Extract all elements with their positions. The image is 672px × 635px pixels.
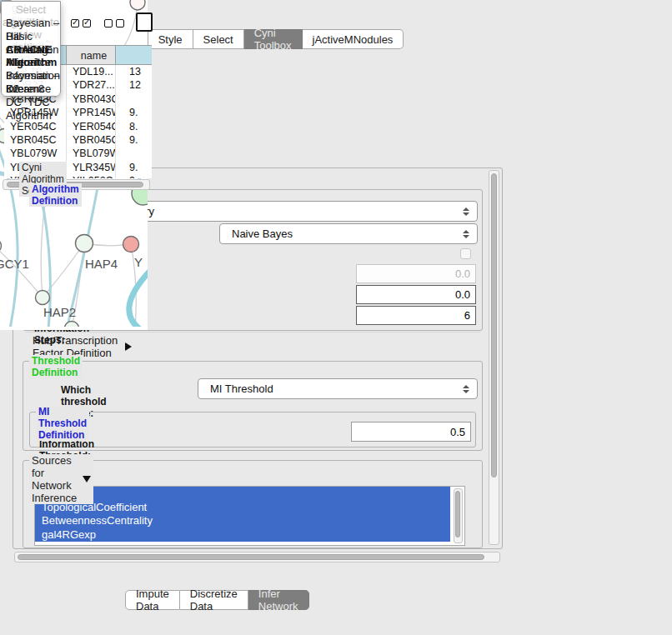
table-row[interactable]: YBR045C YBR045C 9.: [4, 133, 152, 147]
tab-label: Select: [203, 33, 233, 46]
mi-algorithm-type-combobox[interactable]: Naive Bayes: [219, 223, 478, 244]
table-cell: YLR345W: [67, 161, 116, 174]
cyni-bottom-tabbar: Impute Data Discretize Data Infer Networ…: [125, 590, 309, 610]
table-cell: YBR045C: [4, 133, 67, 147]
table-cell: YBL079W: [67, 147, 116, 160]
table-cell: YER054C: [4, 120, 67, 133]
table-row[interactable]: YBL079W YBL079W: [4, 147, 152, 160]
tab-impute-data[interactable]: Impute Data: [125, 590, 180, 610]
deselect-all-columns-icon[interactable]: [104, 19, 124, 28]
algorithm-option[interactable]: Bayesian – Hill Climbing: [2, 17, 60, 30]
mi-algorithm-type-value: Naive Bayes: [232, 228, 293, 240]
manual-kernel-checkbox[interactable]: [460, 248, 471, 259]
node-label-hap4[interactable]: HAP4: [85, 257, 118, 271]
combo-arrows-icon: [463, 230, 469, 238]
checked-box-icon: [83, 19, 91, 28]
checked-box-icon: [71, 19, 79, 28]
separator: [26, 332, 480, 332]
mi-steps-field[interactable]: [356, 306, 476, 325]
tab-label: Style: [158, 33, 183, 46]
dpi-tolerance-field[interactable]: [356, 285, 476, 304]
attribute-list-scrollbar[interactable]: [454, 488, 463, 543]
table-cell: 9.: [116, 133, 152, 147]
algorithm-dropdown-popup: Select algorithm to view settings Bayesi…: [1, 1, 61, 97]
aracne-mode-combobox[interactable]: Discovery: [94, 201, 478, 222]
sources-title: Sources for Network Inference: [32, 454, 77, 504]
data-attributes-list: SelfLoops TopologicalCoefficient Between…: [34, 486, 465, 546]
table-cell: 8.: [116, 120, 152, 133]
tab-label: Discretize Data: [190, 588, 238, 612]
scrollbar-thumb[interactable]: [455, 491, 460, 538]
table-cell: 9.: [116, 161, 152, 174]
tab-cyni-toolbox[interactable]: Cyni Toolbox: [244, 29, 303, 49]
table-cell: [116, 147, 152, 160]
table-cell: YBL079W: [4, 147, 67, 160]
collapsed-arrow-icon: [125, 342, 132, 351]
table-cell: 13: [116, 65, 152, 78]
node-label-y-partial[interactable]: Y: [134, 255, 143, 269]
settings-vertical-scrollbar[interactable]: [489, 170, 499, 545]
table-cell: YBR045C: [67, 133, 116, 147]
table-cell: 12: [116, 78, 152, 92]
tab-style[interactable]: Style: [148, 29, 193, 49]
tab-label: Infer Network: [258, 588, 298, 612]
node-label-gcy1[interactable]: GCY1: [0, 257, 29, 271]
algorithm-definition-title: Algorithm Definition: [29, 183, 82, 207]
mi-threshold-field[interactable]: [351, 422, 471, 442]
kernel-width-field[interactable]: [356, 264, 476, 283]
attribute-item-selected[interactable]: gal4RGexp: [35, 528, 450, 542]
table-cell: YBR043C: [67, 92, 116, 106]
algorithm-option[interactable]: Dream8 DC_TDC Algorithm: [2, 82, 60, 96]
combo-arrows-icon: [463, 385, 469, 393]
tab-jactivemnodules[interactable]: jActiveMNodules: [303, 29, 404, 49]
column-header-name[interactable]: name: [67, 45, 116, 65]
threshold-definition-title: Threshold Definition: [29, 355, 83, 378]
tab-discretize-data[interactable]: Discretize Data: [180, 590, 248, 610]
control-panel-window: Control Panel ✕ Network Style Select Cyn…: [0, 0, 2, 2]
table-cell: YDR27...: [67, 78, 116, 92]
popup-placeholder: Select algorithm to view settings: [2, 3, 60, 17]
combo-arrows-icon: [463, 208, 469, 216]
scrollbar-thumb[interactable]: [18, 554, 484, 560]
mi-threshold-definition-title: MI Threshold Definition: [36, 406, 89, 441]
table-cell: YPR145W: [67, 106, 116, 119]
attribute-item-selected[interactable]: SelfLoops: [35, 487, 450, 501]
select-all-columns-icon[interactable]: [71, 19, 91, 28]
tab-label: Cyni Toolbox: [254, 27, 292, 52]
sources-expander[interactable]: Sources for Network Inference: [29, 454, 93, 504]
settings-horizontal-scrollbar[interactable]: [14, 552, 500, 562]
table-cell: YDL19...: [67, 65, 116, 78]
tab-select[interactable]: Select: [193, 29, 244, 49]
table-cell: [116, 92, 152, 106]
tab-infer-network[interactable]: Infer Network: [248, 590, 309, 610]
which-threshold-value: MI Threshold: [210, 382, 273, 395]
table-cell: YER054C: [67, 120, 116, 133]
algorithm-option[interactable]: Basic Correlation Inference: [2, 30, 60, 43]
which-threshold-combobox[interactable]: MI Threshold: [198, 378, 478, 399]
table-cell: 9.: [116, 174, 152, 178]
column-header-clipped[interactable]: [116, 45, 152, 65]
node-label-hap2[interactable]: HAP2: [43, 305, 76, 319]
unchecked-box-icon: [116, 19, 124, 28]
algorithm-option[interactable]: Bayesian – K2: [2, 69, 60, 82]
table-row[interactable]: YER054C YER054C 8.: [4, 120, 152, 133]
tab-label: Impute Data: [136, 588, 169, 612]
tab-label: jActiveMNodules: [313, 33, 394, 46]
attribute-item-selected[interactable]: TopologicalCoefficient: [35, 501, 450, 515]
table-cell: YIL052C: [67, 174, 116, 178]
algorithm-option-selected[interactable]: ARACNE Algorithm: [2, 43, 60, 57]
expanded-arrow-icon: [83, 476, 91, 482]
table-cell: 9.: [116, 106, 152, 119]
unchecked-box-icon: [104, 19, 113, 28]
export-table-icon[interactable]: [136, 12, 153, 32]
scrollbar-thumb[interactable]: [491, 173, 497, 478]
attribute-item-selected[interactable]: BetweennessCentrality: [35, 514, 450, 528]
